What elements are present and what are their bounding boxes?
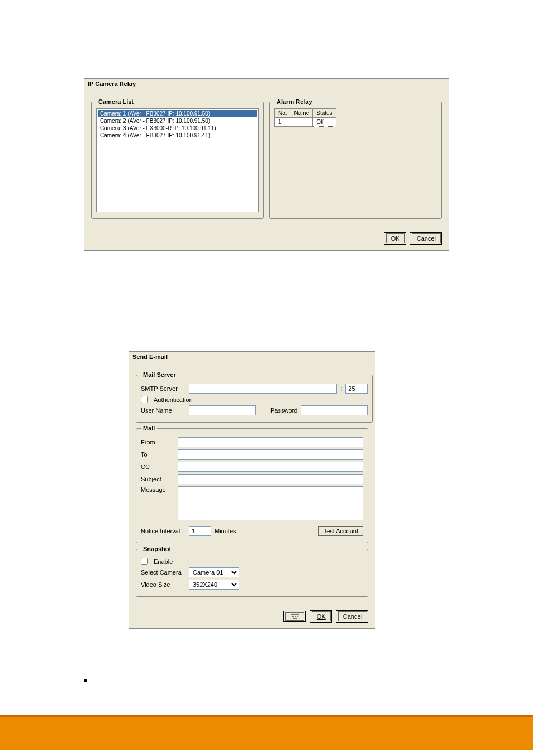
svg-rect-0 <box>291 615 299 619</box>
notice-interval-unit: Minutes <box>215 528 236 534</box>
subject-label: Subject <box>141 476 174 482</box>
smtp-port-input[interactable] <box>345 384 368 394</box>
camera-list-item[interactable]: Camera: 3 (AVer - FX3000-R IP: 10.100.91… <box>98 125 257 132</box>
send-email-title: Send E-mail <box>129 352 375 362</box>
snapshot-legend: Snapshot <box>141 546 173 552</box>
auth-checkbox[interactable] <box>141 396 148 403</box>
from-label: From <box>141 439 174 446</box>
cc-label: CC <box>141 463 174 470</box>
col-no: No. <box>275 109 291 118</box>
select-camera-dropdown[interactable]: Camera 01 <box>189 567 239 577</box>
alarm-relay-table: No. Name Status 1 Off <box>274 108 336 127</box>
keyboard-icon <box>291 614 299 619</box>
mail-legend: Mail <box>141 425 157 432</box>
password-input[interactable] <box>301 405 368 415</box>
alarm-relay-fieldset: Alarm Relay No. Name Status 1 Off <box>269 98 442 219</box>
video-size-label: Video Size <box>141 581 185 588</box>
video-size-dropdown[interactable]: 352X240 <box>189 580 239 590</box>
cell-name <box>291 118 313 127</box>
svg-rect-2 <box>293 616 294 617</box>
select-camera-label: Select Camera <box>141 569 185 576</box>
col-name: Name <box>291 109 313 118</box>
camera-list[interactable]: Camera: 1 (AVer - FB3027 IP: 10.100.91.5… <box>96 108 259 212</box>
auth-label: Authentication <box>154 396 193 403</box>
message-label: Message <box>141 486 174 493</box>
svg-rect-1 <box>292 616 293 617</box>
ip-camera-relay-title: IP Camera Relay <box>84 79 449 89</box>
to-input[interactable] <box>178 449 363 460</box>
svg-rect-5 <box>293 618 297 619</box>
camera-list-item[interactable]: Camera: 1 (AVer - FB3027 IP: 10.100.91.5… <box>98 110 257 117</box>
password-label: Password <box>270 407 297 414</box>
test-account-button[interactable]: Test Account <box>318 526 363 536</box>
enable-checkbox[interactable] <box>141 558 148 565</box>
message-input[interactable] <box>178 486 363 520</box>
ip-camera-relay-dialog: IP Camera Relay Camera List Camera: 1 (A… <box>84 78 449 251</box>
table-row[interactable]: 1 Off <box>275 118 336 127</box>
cc-input[interactable] <box>178 462 363 472</box>
cancel-button[interactable]: Cancel <box>338 611 367 621</box>
subject-input[interactable] <box>178 474 363 484</box>
footer-strip <box>0 717 533 750</box>
cell-status[interactable]: Off <box>313 118 336 127</box>
camera-list-item[interactable]: Camera: 4 (AVer - FB3027 IP: 10.100.91.4… <box>98 132 257 139</box>
alarm-relay-legend: Alarm Relay <box>274 98 315 105</box>
mail-server-legend: Mail Server <box>141 371 178 378</box>
bullet-square-icon <box>84 679 87 682</box>
smtp-input[interactable] <box>189 384 337 394</box>
send-email-dialog: Send E-mail Mail Server SMTP Server : Au… <box>129 351 375 629</box>
from-input[interactable] <box>178 437 363 447</box>
camera-list-item[interactable]: Camera: 2 (AVer - FB3027 IP: 10.100.91.5… <box>98 117 257 125</box>
notice-interval-input[interactable] <box>189 526 211 536</box>
notice-interval-label: Notice Interval <box>141 528 185 534</box>
snapshot-fieldset: Snapshot Enable Select Camera Camera 01 … <box>136 546 368 597</box>
username-input[interactable] <box>189 405 256 415</box>
mail-fieldset: Mail From To CC Subject M <box>136 425 368 543</box>
keyboard-icon-button[interactable] <box>285 612 304 621</box>
ok-button[interactable]: OK <box>386 233 405 243</box>
smtp-label: SMTP Server <box>141 385 185 392</box>
svg-rect-4 <box>297 616 298 617</box>
svg-rect-3 <box>295 616 296 617</box>
camera-list-legend: Camera List <box>96 98 136 105</box>
username-label: User Name <box>141 407 185 414</box>
camera-list-fieldset: Camera List Camera: 1 (AVer - FB3027 IP:… <box>91 98 264 219</box>
ok-button[interactable]: OK <box>312 611 331 621</box>
mail-server-fieldset: Mail Server SMTP Server : Authentication… <box>136 371 373 423</box>
enable-label: Enable <box>154 558 173 565</box>
col-status: Status <box>313 109 336 118</box>
to-label: To <box>141 451 174 458</box>
cell-no: 1 <box>275 118 291 127</box>
cancel-button[interactable]: Cancel <box>412 233 441 243</box>
